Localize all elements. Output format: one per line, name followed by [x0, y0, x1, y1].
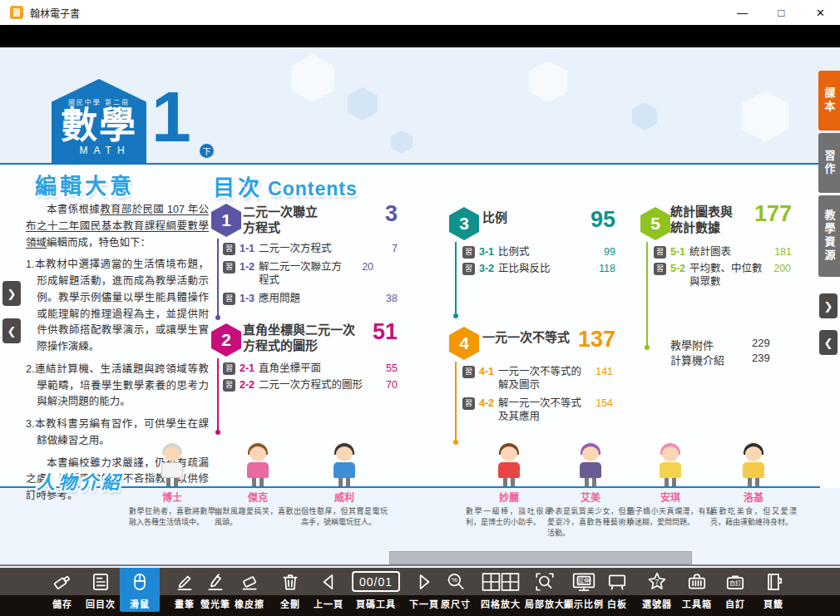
toc-appendix-attachments[interactable]: 教學附件 229: [670, 337, 770, 352]
character-luoji: 洛基 喜歡吃美食，但又愛漂亮，藉由運動維持身材。: [710, 443, 797, 528]
logo-subtitle: MATH: [63, 145, 146, 156]
character-avatar: [737, 443, 770, 486]
character-avatar: [156, 443, 189, 486]
tab-teaching-resources[interactable]: 教學資源: [818, 195, 840, 277]
character-jieke: 傑克 幽默風趣愛搞笑，喜歡出風頭。: [215, 443, 301, 528]
previous-page-icon: [309, 568, 348, 595]
character-avatar: [574, 443, 607, 486]
workbook-badge: 習: [654, 263, 666, 275]
toc-section-3-1[interactable]: 習 3-1 比例式 99: [462, 245, 615, 259]
toc-section-5-1[interactable]: 習 5-1 統計圖表 181: [654, 245, 792, 259]
page-tab-icon: [754, 568, 793, 595]
back-to-contents-button[interactable]: 回目次: [81, 568, 121, 616]
editorial-item: 1.本教材中選擇適當的生活情境布題，形成解題活動，進而成為教學活動示例。教學示例…: [26, 257, 209, 356]
toc-section-4-2[interactable]: 習 4-2 解一元一次不等式及其應用 154: [462, 397, 615, 424]
chapter-4-hexagon: 4: [449, 327, 479, 360]
character-avatar: [328, 443, 361, 486]
save-icon: [42, 568, 82, 595]
mouse-tool-button[interactable]: 滑鼠: [120, 568, 160, 612]
character-anqi: 安琪 個子嬌小天真爛漫，有點小迷糊，愛問問題。: [627, 443, 714, 528]
character-avatar: [654, 443, 687, 486]
hexagon-decoration: [291, 54, 334, 102]
save-button[interactable]: 儲存: [42, 568, 82, 616]
toc-heading-zh: 目次: [213, 175, 263, 200]
original-size-button[interactable]: % 原尺寸: [436, 568, 476, 616]
toolbox-button[interactable]: 工具箱: [677, 568, 717, 616]
page-indicator[interactable]: 00/01: [352, 571, 400, 592]
previous-page-button[interactable]: 上一頁: [309, 568, 348, 616]
workbook-badge: 習: [462, 263, 475, 275]
volume-number: 1: [151, 76, 191, 158]
hexagon-decoration: [742, 91, 788, 142]
toc-chapter-5[interactable]: 統計圖表與統計數據 177: [670, 205, 792, 236]
toc-chapter-4[interactable]: 一元一次不等式 137: [482, 330, 615, 346]
toc-section-2-2[interactable]: 習 2-2 二元一次方程式的圖形 70: [223, 378, 398, 392]
top-black-strip: [0, 25, 840, 47]
quad-zoom-button[interactable]: 四格放大: [474, 568, 527, 616]
mouse-icon: [120, 568, 160, 595]
left-panel-collapse-left-arrow[interactable]: [2, 318, 21, 343]
minimize-button[interactable]: —: [723, 0, 762, 25]
four-pane-grid-icon: [474, 568, 527, 595]
workbook-badge: 習: [223, 293, 235, 305]
editorial-item: 2.連結計算機、生活議題與跨領域等教學範疇，培養學生數學素養的思考力與解決問題的…: [26, 362, 209, 411]
tab-textbook[interactable]: 課本: [818, 71, 840, 131]
chapter-3-hexagon: 3: [449, 207, 479, 240]
characters-heading: 人物介紹: [37, 467, 123, 494]
toc-chapter-3[interactable]: 比例 95: [482, 210, 615, 226]
whiteboard-button[interactable]: 白板: [597, 568, 637, 616]
chapter-4-line: [455, 362, 457, 441]
hexagon-decoration: [632, 102, 657, 131]
toc-heading-en: Contents: [268, 178, 358, 200]
window-titlebar: 翰林電子書 — □ ✕: [0, 0, 840, 25]
hexagon-decoration: [348, 87, 378, 121]
svg-text:延伸: 延伸: [578, 577, 590, 584]
bottom-toolbar: 儲存 回目次 滑鼠 畫筆 螢光筆 橡皮擦 全刪 上一頁: [0, 568, 840, 616]
toc-chapter-2[interactable]: 直角坐標與二元一次方程式的圖形 51: [243, 323, 398, 354]
svg-text:7: 7: [655, 578, 660, 586]
toc-section-1-1[interactable]: 習 1-1 二元一次方程式 7: [223, 242, 398, 255]
close-button[interactable]: ✕: [801, 0, 840, 25]
toc-section-3-2[interactable]: 習 3-2 正比與反比 118: [462, 262, 615, 275]
star-number-icon: 7: [637, 568, 677, 595]
hexagon-decoration: [391, 131, 413, 154]
toc-section-1-3[interactable]: 習 1-3 應用問題 38: [223, 292, 398, 305]
chapter-5-line: [646, 242, 648, 347]
eraser-tool-button[interactable]: 橡皮擦: [230, 568, 269, 616]
chapter-1-hexagon: 1: [211, 204, 241, 237]
chapter-2-hexagon: 2: [211, 323, 241, 357]
toc-chapter-1[interactable]: 二元一次聯立方程式 3: [243, 205, 398, 236]
page-tabs-button[interactable]: 頁籤: [754, 568, 793, 616]
toc-section-4-1[interactable]: 習 4-1 一元一次不等式的解及圖示 141: [462, 365, 615, 392]
toc-section-1-2[interactable]: 習 1-2 解二元一次聯立方程式 20: [223, 260, 398, 288]
custom-briefcase-icon: 自訂: [715, 568, 755, 595]
svg-text:自訂: 自訂: [729, 579, 741, 587]
right-panel-collapse-left-arrow[interactable]: [819, 330, 838, 355]
delete-all-button[interactable]: 全刪: [270, 568, 310, 616]
svg-text:%: %: [452, 576, 457, 584]
right-panel-expand-right-arrow[interactable]: [819, 293, 838, 318]
trash-icon: [270, 568, 310, 595]
workbook-badge: 習: [223, 243, 235, 255]
custom-button[interactable]: 自訂 自訂: [715, 568, 755, 616]
editorial-intro-pre: 本書係根據: [47, 204, 100, 215]
hexagon-decoration: [529, 61, 567, 102]
horizontal-scrollbar-thumb[interactable]: [389, 551, 692, 564]
toc-heading: 目次Contents: [213, 170, 358, 201]
toc-appendix-calculator[interactable]: 計算機介紹 239: [670, 352, 770, 367]
chapter-2-line: [217, 358, 219, 431]
tab-workbook[interactable]: 習作: [818, 133, 840, 193]
character-miaoli: 妙麗 數學一級棒，談吐很犀利，是博士的小助手。: [466, 443, 552, 528]
toc-section-5-2[interactable]: 習 5-2 平均數、中位數與眾數 200: [654, 262, 792, 289]
page-number-tool[interactable]: 00/01 頁碼工具: [349, 568, 403, 616]
toc-section-2-1[interactable]: 習 2-1 直角坐標平面 55: [223, 362, 398, 375]
maximize-button[interactable]: □: [762, 0, 801, 25]
number-picker-button[interactable]: 7 選號器: [637, 568, 677, 616]
left-panel-expand-right-arrow[interactable]: [2, 281, 21, 306]
contents-list-icon: [81, 568, 121, 595]
app-icon: [10, 6, 23, 19]
horizontal-scrollbar-track: [0, 564, 840, 566]
eraser-icon: [230, 568, 269, 595]
character-aimei: 艾美 外表是氣質美少女，但是愛耍冷，喜歡各種藝術類活動。: [547, 443, 634, 539]
chapter-3-line: [455, 242, 457, 315]
